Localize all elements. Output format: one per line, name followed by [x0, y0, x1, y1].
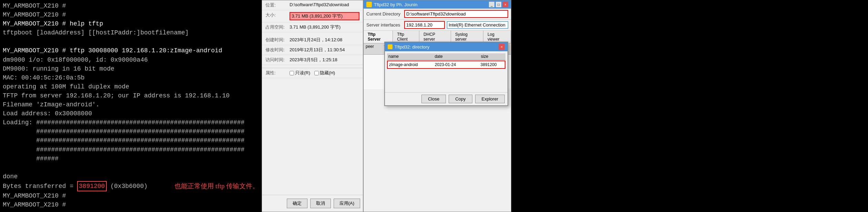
tftp-icon — [366, 2, 372, 7]
terminal-line — [3, 163, 259, 172]
dir-file-size: 3891200 — [481, 62, 503, 67]
annotation-text: 也能正常使用 tftp 传输文件。 — [175, 181, 259, 191]
terminal-line: Filename 'zImage-android'. — [3, 100, 259, 109]
readonly-checkbox[interactable] — [290, 71, 294, 75]
terminal-line: operating at 100M full duplex mode — [3, 82, 259, 91]
props-label-size: 大小: — [265, 12, 290, 18]
tab-log-viewer[interactable]: Log viewer — [483, 31, 511, 43]
maximize-button[interactable]: □ — [496, 2, 501, 7]
dir-close-x-button[interactable]: × — [499, 44, 505, 50]
hidden-checkbox[interactable] — [314, 71, 319, 75]
terminal-line: DM9000: running in 16 bit mode — [3, 64, 259, 73]
props-label-modified: 修改时间: — [265, 47, 290, 53]
col-peer: peer — [365, 44, 383, 54]
props-value-location: D:\software\Tftpd32\download — [290, 2, 359, 7]
props-row-disk: 占用空间: 3.71 MB (3,891,200 字节) — [262, 22, 363, 32]
file-props-panel: 位置: D:\software\Tftpd32\download 大小: 3.7… — [262, 0, 363, 212]
spacer — [511, 0, 868, 212]
tftp-title: Tftpd32 by Ph. Jounin — [374, 2, 417, 7]
props-value-disk: 3.71 MB (3,891,200 字节) — [290, 24, 359, 30]
dir-file-name: zImage-android — [389, 62, 435, 67]
terminal-line: ########################################… — [3, 145, 259, 154]
terminal-line: ########################################… — [3, 136, 259, 145]
terminal-line: done — [3, 172, 259, 181]
tab-tftp-server[interactable]: Tftp Server — [364, 31, 393, 43]
adapter-input[interactable] — [447, 21, 508, 29]
terminal-line: Load address: 0x30008000 — [3, 109, 259, 118]
props-label-accessed: 访问时间: — [265, 57, 290, 63]
dir-col-date-header: date — [435, 54, 481, 59]
tab-dhcp-server[interactable]: DHCP server — [419, 31, 451, 43]
server-interfaces-label: Server interfaces — [366, 22, 404, 28]
props-label-disk: 占用空间: — [265, 24, 290, 30]
dir-explorer-button[interactable]: Explorer — [475, 95, 505, 103]
props-row-modified: 修改时间: 2019年12月13日，11:30:54 — [262, 45, 363, 55]
dir-buttons: Close Copy Explorer — [385, 92, 508, 105]
props-row-created: 创建时间: 2023年1月24日，14:12:08 — [262, 35, 363, 45]
dir-table-header: name date size — [387, 53, 505, 60]
dir-copy-button[interactable]: Copy — [449, 95, 472, 103]
props-value-created: 2023年1月24日，14:12:08 — [290, 37, 359, 43]
dir-file-date: 2023-01-24 — [435, 62, 481, 67]
dir-title: Tftpd32: directory — [395, 44, 429, 50]
dir-icon — [388, 44, 393, 49]
dir-col-name-header: name — [388, 54, 435, 59]
ok-button[interactable]: 确定 — [287, 199, 307, 208]
props-label-attributes: 属性: — [265, 70, 290, 76]
bytes-highlight: 3891200 — [77, 181, 107, 191]
terminal-line: ###### — [3, 154, 259, 163]
props-buttons: 确定 取消 应用(A) — [262, 195, 363, 212]
terminal-line: Loading: ###############################… — [3, 118, 259, 127]
props-value-modified: 2019年12月13日，11:30:54 — [290, 47, 359, 53]
apply-button[interactable]: 应用(A) — [334, 199, 360, 208]
dir-content: name date size zImage-android 2023-01-24… — [385, 51, 508, 72]
props-label-created: 创建时间: — [265, 37, 290, 43]
terminal-line: TFTP from server 192.168.1.20; our IP ad… — [3, 91, 259, 100]
server-ip-input[interactable] — [404, 21, 445, 29]
terminal-line: MY_ARMBOOT_X210 # — [3, 191, 259, 200]
terminal-line: tftpboot [loadAddress] [[hostIPaddr:]boo… — [3, 28, 259, 37]
current-dir-input[interactable] — [404, 10, 508, 18]
props-row-accessed: 访问时间: 2023年3月5日，1:25:18 — [262, 55, 363, 65]
props-row-location: 位置: D:\software\Tftpd32\download — [262, 0, 363, 10]
tftp-title-bar: Tftpd32 by Ph. Jounin _ □ × — [364, 0, 511, 9]
tftp-panel: Tftpd32 by Ph. Jounin _ □ × Current Dire… — [363, 0, 511, 212]
cancel-button[interactable]: 取消 — [310, 199, 331, 208]
dir-title-bar: Tftpd32: directory × — [385, 42, 508, 51]
dir-col-size-header: size — [481, 54, 504, 59]
current-dir-label: Current Directory — [366, 11, 404, 17]
dir-file-row: zImage-android 2023-01-24 3891200 — [387, 61, 505, 69]
terminal-panel: MY_ARMBOOT_X210 # MY_ARMBOOT_X210 # MY_A… — [0, 0, 262, 212]
props-value-accessed: 2023年3月5日，1:25:18 — [290, 57, 359, 63]
props-value-size: 3.71 MB (3,891,200 字节) — [290, 12, 359, 20]
terminal-line: MY_ARMBOOT_X210 # help tftp — [3, 19, 259, 28]
terminal-line — [3, 37, 259, 46]
hidden-label: 隐藏(H) — [320, 70, 335, 76]
minimize-button[interactable]: _ — [489, 2, 494, 7]
tftp-current-dir-row: Current Directory — [364, 9, 511, 20]
terminal-line: dm9000 i/o: 0x18f000000, id: 0x90000a46 — [3, 55, 259, 64]
props-attributes-checkboxes[interactable]: 只读(R) 隐藏(H) — [290, 70, 359, 76]
close-button[interactable]: × — [503, 2, 508, 7]
terminal-line: MY_ARMBOOT_X210 # — [3, 10, 259, 19]
props-label-location: 位置: — [265, 2, 290, 8]
props-row-size: 大小: 3.71 MB (3,891,200 字节) — [262, 10, 363, 22]
bytes-transferred-line: Bytes transferred = 3891200 (0x3b6000) 也… — [3, 181, 259, 191]
readonly-label: 只读(R) — [295, 70, 310, 76]
tab-tftp-client[interactable]: Tftp Client — [393, 31, 419, 43]
terminal-line: MY_ARMBOOT_X210 # — [3, 1, 259, 10]
terminal-line: MAC: 00:40:5c:26:0a:5b — [3, 73, 259, 82]
props-row-attributes: 属性: 只读(R) 隐藏(H) — [262, 68, 363, 78]
terminal-line: ########################################… — [3, 127, 259, 136]
tftp-server-interfaces-row: Server interfaces — [364, 20, 511, 31]
tab-syslog-server[interactable]: Syslog server — [451, 31, 483, 43]
terminal-line: MY_ARMBOOT_X210 # tftp 30008000 192.168.… — [3, 46, 259, 55]
dir-close-button[interactable]: Close — [421, 95, 446, 103]
terminal-line: MY_ARMBOOT_X210 # — [3, 200, 259, 209]
directory-dialog: Tftpd32: directory × name date size zIma… — [384, 42, 508, 106]
